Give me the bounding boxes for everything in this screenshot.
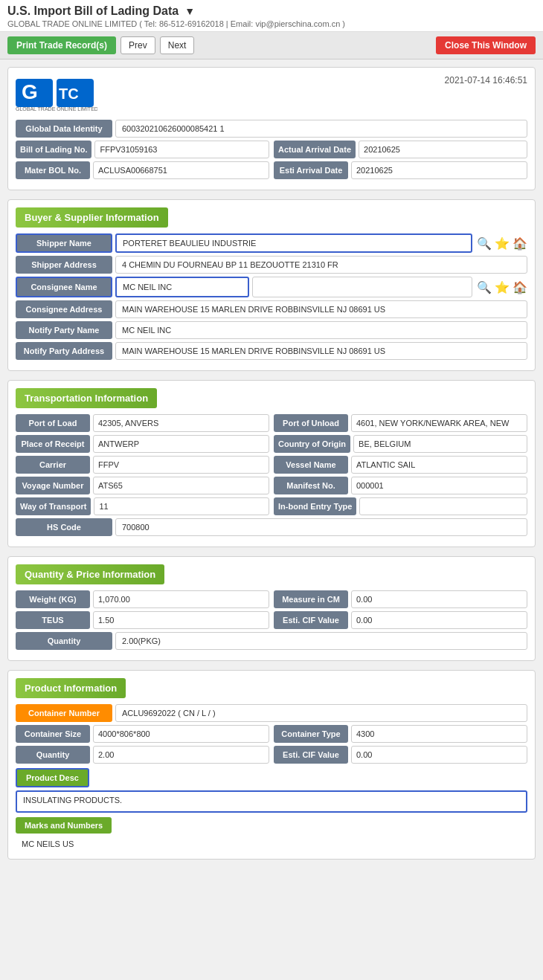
logo-area: G TC GLOBAL TRADE ONLINE LIMITED [16,75,97,112]
container-number-row: Container Number ACLU9692022 ( CN / L / … [16,704,527,722]
actual-arrival-col: Actual Arrival Date 20210625 [274,141,527,158]
container-size-label: Container Size [16,725,90,743]
shipper-action-icons: 🔍 ⭐ 🏠 [477,236,527,251]
teus-cif-row: TEUS 1.50 Esti. CIF Value 0.00 [16,611,527,629]
esti-arrival-col: Esti Arrival Date 20210625 [274,161,527,179]
actual-arrival-value: 20210625 [359,141,527,158]
teus-col: TEUS 1.50 [16,611,269,629]
carrier-value: FFPV [93,456,269,474]
container-size-type-row: Container Size 4000*806*800 Container Ty… [16,725,527,743]
shipper-star-icon[interactable]: ⭐ [495,236,510,251]
shipper-name-row: Shipper Name PORTERET BEAULIEU INDUSTRIE… [16,233,527,253]
hs-code-value: 700800 [115,518,527,536]
esti-cif-col: Esti. CIF Value 0.00 [274,611,527,629]
svg-text:G: G [22,80,38,103]
port-unload-label: Port of Unload [274,414,348,432]
vessel-value: ATLANTIC SAIL [351,456,527,474]
shipper-name-value: PORTERET BEAULIEU INDUSTRIE [115,233,472,253]
mater-bol-col: Mater BOL No. ACLUSA00668751 [16,161,269,179]
marks-label: Marks and Numbers [16,817,112,834]
way-transport-col: Way of Transport 11 [16,497,269,515]
in-bond-col: In-bond Entry Type [274,497,527,515]
quantity-value: 2.00(PKG) [115,632,527,650]
measure-col: Measure in CM 0.00 [274,590,527,608]
vessel-label: Vessel Name [274,456,348,474]
measure-label: Measure in CM [274,590,348,608]
transport-bond-row: Way of Transport 11 In-bond Entry Type [16,497,527,515]
consignee-star-icon[interactable]: ⭐ [495,280,510,294]
company-logo: G TC GLOBAL TRADE ONLINE LIMITED [16,75,97,112]
quantity-label: Quantity [16,632,112,650]
print-button[interactable]: Print Trade Record(s) [7,36,116,54]
consignee-home-icon[interactable]: 🏠 [513,280,527,294]
product-desc-section: Product Desc INSULATING PRODUCTS. [16,768,527,813]
shipper-search-icon[interactable]: 🔍 [477,236,492,251]
consignee-name-label: Consignee Name [16,277,112,297]
consignee-search-icon[interactable]: 🔍 [477,280,492,294]
port-load-col: Port of Load 42305, ANVERS [16,414,269,432]
toolbar: Print Trade Record(s) Prev Next Close Th… [0,32,543,59]
product-qty-value: 2.00 [93,746,269,764]
shipper-name-label: Shipper Name [16,233,112,253]
consignee-address-value: MAIN WAREHOUSE 15 MARLEN DRIVE ROBBINSVI… [115,300,527,318]
container-number-label: Container Number [16,704,112,722]
product-desc-label: Product Desc [16,768,89,787]
product-qty-col: Quantity 2.00 [16,746,269,764]
hs-code-row: HS Code 700800 [16,518,527,536]
manifest-col: Manifest No. 000001 [274,477,527,494]
buyer-supplier-header: Buyer & Supplier Information [16,207,168,228]
bol-label: Bill of Lading No. [16,141,91,158]
actual-arrival-label: Actual Arrival Date [274,141,356,158]
weight-label: Weight (KG) [16,590,90,608]
container-number-value: ACLU9692022 ( CN / L / ) [115,704,527,722]
content-area: G TC GLOBAL TRADE ONLINE LIMITED 2021-07… [0,59,543,876]
product-cif-col: Esti. CIF Value 0.00 [274,746,527,764]
in-bond-value [359,497,527,515]
way-transport-label: Way of Transport [16,497,91,515]
esti-cif-value: 0.00 [351,611,527,629]
page-header: U.S. Import Bill of Lading Data ▼ GLOBAL… [0,0,543,32]
voyage-col: Voyage Number ATS65 [16,477,269,494]
product-cif-label: Esti. CIF Value [274,746,348,764]
timestamp: 2021-07-14 16:46:51 [445,75,527,86]
bol-value: FFPV31059163 [94,141,269,158]
esti-arrival-value: 20210625 [351,161,527,179]
global-data-identity-label: Global Data Identity [16,120,112,138]
buyer-supplier-card: Buyer & Supplier Information Shipper Nam… [7,199,536,371]
global-data-identity-value: 600320210626000085421 1 [115,120,527,138]
vessel-col: Vessel Name ATLANTIC SAIL [274,456,527,474]
country-origin-col: Country of Origin BE, BELGIUM [274,435,527,453]
port-load-label: Port of Load [16,414,90,432]
manifest-value: 000001 [351,477,527,494]
product-cif-value: 0.00 [351,746,527,764]
page-subtitle: GLOBAL TRADE ONLINE LIMITED ( Tel: 86-51… [7,19,536,28]
consignee-address-row: Consignee Address MAIN WAREHOUSE 15 MARL… [16,300,527,318]
global-data-row: Global Data Identity 6003202106260000854… [16,120,527,138]
carrier-label: Carrier [16,456,90,474]
notify-party-name-value: MC NEIL INC [115,321,527,339]
close-button[interactable]: Close This Window [436,36,536,54]
container-type-col: Container Type 4300 [274,725,527,743]
shipper-home-icon[interactable]: 🏠 [513,236,527,251]
notify-party-address-row: Notify Party Address MAIN WAREHOUSE 15 M… [16,342,527,360]
port-unload-col: Port of Unload 4601, NEW YORK/NEWARK ARE… [274,414,527,432]
svg-text:GLOBAL TRADE ONLINE LIMITED: GLOBAL TRADE ONLINE LIMITED [16,106,97,112]
product-desc-value: INSULATING PRODUCTS. [16,790,527,813]
mater-bol-label: Mater BOL No. [16,161,90,179]
quantity-row: Quantity 2.00(PKG) [16,632,527,650]
next-button[interactable]: Next [160,36,195,54]
port-unload-value: 4601, NEW YORK/NEWARK AREA, NEW [351,414,527,432]
prev-button[interactable]: Prev [121,36,155,54]
dropdown-arrow-icon[interactable]: ▼ [184,5,195,17]
quantity-price-card: Quantity & Price Information Weight (KG)… [7,556,536,661]
mater-bol-value: ACLUSA00668751 [93,161,269,179]
manifest-label: Manifest No. [274,477,348,494]
consignee-name-row: Consignee Name MC NEIL INC 🔍 ⭐ 🏠 [16,277,527,297]
measure-value: 0.00 [351,590,527,608]
place-receipt-value: ANTWERP [93,435,269,453]
receipt-origin-row: Place of Receipt ANTWERP Country of Orig… [16,435,527,453]
notify-party-name-label: Notify Party Name [16,321,112,339]
product-info-header: Product Information [16,678,126,698]
voyage-manifest-row: Voyage Number ATS65 Manifest No. 000001 [16,477,527,494]
hs-code-label: HS Code [16,518,112,536]
